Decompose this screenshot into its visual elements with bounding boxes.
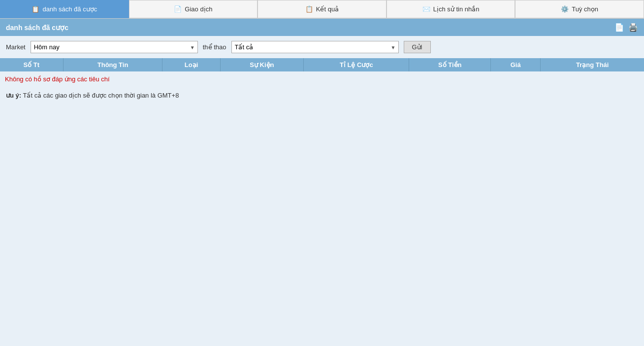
tab-giao-dich-icon: 📄 bbox=[174, 5, 182, 13]
tab-lich-su[interactable]: ✉️ Lịch sử tin nhắn bbox=[386, 0, 515, 18]
tab-ket-qua-label: Kết quả bbox=[316, 5, 339, 13]
tab-danh-sach-icon: 📋 bbox=[32, 5, 39, 13]
send-button[interactable]: Gửi bbox=[404, 41, 431, 53]
tab-tuy-chon-label: Tuỳ chọn bbox=[572, 5, 598, 13]
col-su-kien: Sự Kiện bbox=[220, 58, 304, 71]
table-header: Số Tt Thông Tin Loại Sự Kiện Tỉ Lệ Cược … bbox=[0, 58, 644, 71]
market-label: Market bbox=[6, 43, 26, 51]
top-navigation: 📋 danh sách đã cược 📄 Giao dịch 📋 Kết qu… bbox=[0, 0, 644, 19]
print-icon[interactable]: 🖨️ bbox=[628, 23, 638, 32]
col-gia: Giá bbox=[491, 58, 541, 71]
tab-giao-dich-label: Giao dịch bbox=[185, 5, 212, 13]
header-icons: 📄 🖨️ bbox=[614, 23, 638, 32]
table-container: Số Tt Thông Tin Loại Sự Kiện Tỉ Lệ Cược … bbox=[0, 58, 644, 87]
market-select-wrapper: Hôm nay Ngày mai Tất cả bbox=[31, 41, 198, 53]
tab-tuy-chon-icon: ⚙️ bbox=[561, 5, 569, 13]
market-select[interactable]: Hôm nay Ngày mai Tất cả bbox=[31, 41, 198, 53]
tab-ket-qua[interactable]: 📋 Kết quả bbox=[258, 0, 386, 18]
sport-select-wrapper: Tất cả Bóng đá Bóng rổ Tennis bbox=[231, 41, 399, 53]
tab-tuy-chon[interactable]: ⚙️ Tuỳ chọn bbox=[515, 0, 644, 18]
no-data-message: Không có hồ sơ đáp ứng các tiêu chí bbox=[0, 71, 644, 87]
tab-danh-sach-label: danh sách đã cược bbox=[42, 5, 97, 13]
tab-giao-dich[interactable]: 📄 Giao dịch bbox=[129, 0, 258, 18]
sport-select[interactable]: Tất cả Bóng đá Bóng rổ Tennis bbox=[231, 41, 399, 53]
footer-note-label: ưu ý: bbox=[6, 92, 21, 99]
filter-row: Market Hôm nay Ngày mai Tất cả thể thao … bbox=[0, 36, 644, 58]
col-ti-le-cuoc: Tỉ Lệ Cược bbox=[304, 58, 409, 71]
bet-table: Số Tt Thông Tin Loại Sự Kiện Tỉ Lệ Cược … bbox=[0, 58, 644, 87]
col-so-tien: Số Tiền bbox=[409, 58, 491, 71]
tab-danh-sach[interactable]: 📋 danh sách đã cược bbox=[0, 0, 129, 18]
page-title: danh sách đã cược bbox=[6, 24, 68, 32]
col-loai: Loại bbox=[162, 58, 220, 71]
sport-label: thể thao bbox=[203, 43, 226, 51]
col-trang-thai: Trạng Thái bbox=[541, 58, 644, 71]
header-row: Số Tt Thông Tin Loại Sự Kiện Tỉ Lệ Cược … bbox=[0, 58, 644, 71]
no-data-row: Không có hồ sơ đáp ứng các tiêu chí bbox=[0, 71, 644, 87]
footer-note: ưu ý: Tất cả các giao dịch sẽ được chọn … bbox=[0, 87, 644, 104]
col-thong-tin: Thông Tin bbox=[63, 58, 162, 71]
export-icon[interactable]: 📄 bbox=[614, 23, 624, 32]
table-body: Không có hồ sơ đáp ứng các tiêu chí bbox=[0, 71, 644, 87]
tab-lich-su-label: Lịch sử tin nhắn bbox=[433, 5, 480, 13]
tab-lich-su-icon: ✉️ bbox=[422, 5, 430, 13]
footer-note-text: Tất cả các giao dịch sẽ được chọn thời g… bbox=[23, 92, 179, 99]
page-header: danh sách đã cược 📄 🖨️ bbox=[0, 19, 644, 36]
tab-ket-qua-icon: 📋 bbox=[305, 5, 313, 13]
col-so-tt: Số Tt bbox=[0, 58, 63, 71]
